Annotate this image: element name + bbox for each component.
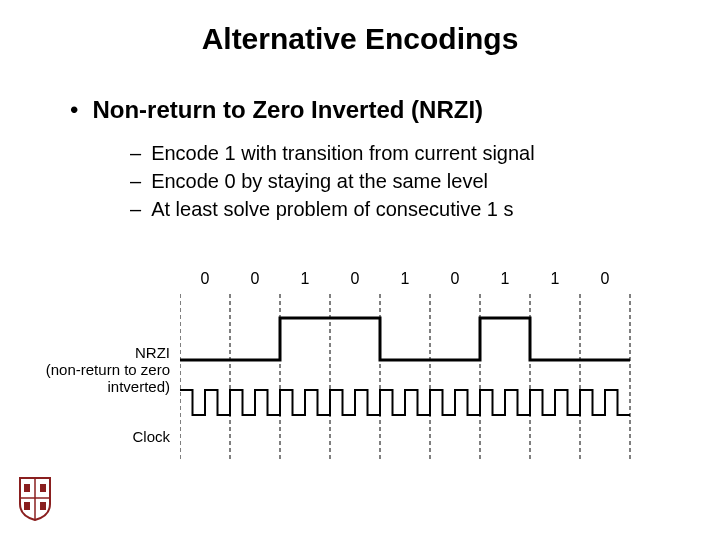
bullet-text: Non-return to Zero Inverted (NRZI) bbox=[92, 96, 483, 124]
svg-rect-14 bbox=[24, 502, 30, 510]
bit-label: 0 bbox=[430, 270, 480, 288]
brown-shield-icon bbox=[18, 476, 52, 522]
bullet-marker: • bbox=[70, 96, 78, 124]
bit-label: 0 bbox=[330, 270, 380, 288]
dash-marker: – bbox=[130, 196, 141, 222]
nrzi-label: NRZI (non-return to zero intverted) bbox=[46, 344, 170, 395]
svg-rect-12 bbox=[24, 484, 30, 492]
svg-rect-15 bbox=[40, 502, 46, 510]
nrzi-waveform bbox=[180, 318, 630, 360]
bullet-item: • Non-return to Zero Inverted (NRZI) bbox=[70, 96, 670, 124]
sub-item: – At least solve problem of consecutive … bbox=[130, 196, 670, 222]
dash-marker: – bbox=[130, 168, 141, 194]
bit-label: 1 bbox=[380, 270, 430, 288]
bit-label: 1 bbox=[480, 270, 530, 288]
signal-diagram: 0 0 1 0 1 0 1 1 0 NRZI (non-return to ze… bbox=[180, 270, 660, 470]
nrzi-label-line: (non-return to zero bbox=[46, 361, 170, 378]
clock-label-text: Clock bbox=[132, 428, 170, 445]
page-title: Alternative Encodings bbox=[0, 0, 720, 56]
sub-item: – Encode 0 by staying at the same level bbox=[130, 168, 670, 194]
sub-text: At least solve problem of consecutive 1 … bbox=[151, 196, 513, 222]
clock-waveform bbox=[180, 390, 630, 415]
bit-label: 0 bbox=[180, 270, 230, 288]
nrzi-label-line: NRZI bbox=[135, 344, 170, 361]
nrzi-label-line: intverted) bbox=[107, 378, 170, 395]
dash-marker: – bbox=[130, 140, 141, 166]
bit-label: 0 bbox=[580, 270, 630, 288]
signal-svg bbox=[180, 270, 650, 470]
sub-text: Encode 1 with transition from current si… bbox=[151, 140, 535, 166]
sub-list: – Encode 1 with transition from current … bbox=[70, 134, 670, 222]
bit-label: 1 bbox=[280, 270, 330, 288]
sub-text: Encode 0 by staying at the same level bbox=[151, 168, 488, 194]
bit-label: 1 bbox=[530, 270, 580, 288]
sub-item: – Encode 1 with transition from current … bbox=[130, 140, 670, 166]
bit-label: 0 bbox=[230, 270, 280, 288]
content-area: • Non-return to Zero Inverted (NRZI) – E… bbox=[0, 56, 720, 222]
clock-label: Clock bbox=[132, 428, 170, 445]
bit-labels-row: 0 0 1 0 1 0 1 1 0 bbox=[180, 270, 660, 294]
svg-rect-13 bbox=[40, 484, 46, 492]
